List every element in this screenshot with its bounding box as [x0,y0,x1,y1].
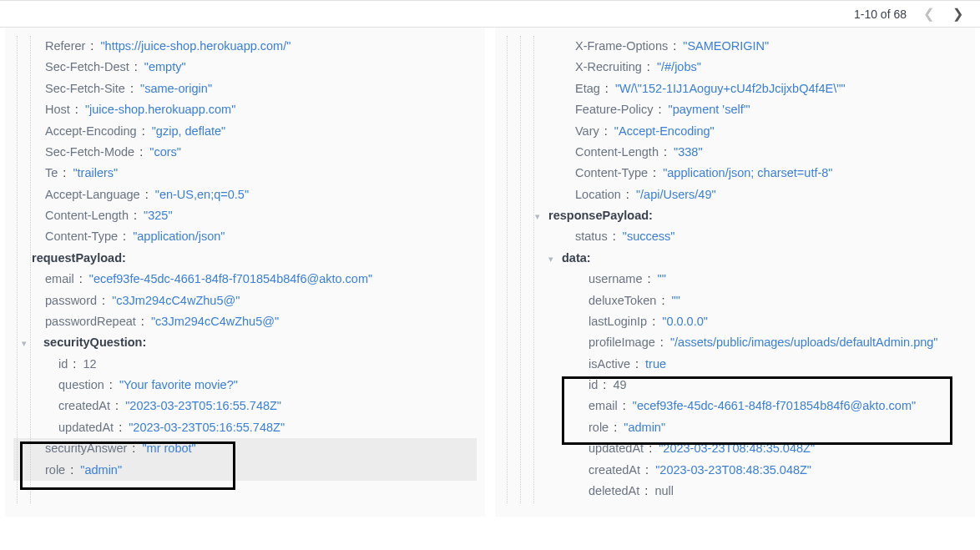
data-val: "" [672,290,680,311]
role-row: role: "admin" [13,460,477,481]
data-val: "ecef93fe-45dc-4661-84f8-f701854b84f6@ak… [633,396,916,416]
header-val: "325" [144,205,173,226]
header-val: "application/json; charset=utf-8" [663,163,832,184]
header-val: "gzip, deflate" [152,121,226,142]
header-val: "application/json" [133,226,225,247]
data-val: 49 [613,375,626,396]
header-row: Referer: "https://juice-shop.herokuapp.c… [13,36,477,57]
data-val: "admin" [624,417,665,438]
section-label: responsePayload: [548,205,653,226]
payload-row: email: "ecef93fe-45dc-4661-84f8-f701854b… [13,269,477,290]
data-profileimage-row: profileImage: "/assets/public/images/upl… [503,332,967,353]
header-row: Host: "juice-shop.herokuapp.com" [13,99,477,120]
payload-val: "c3Jm294cC4wZhu5@" [112,290,240,311]
section-responsepayload[interactable]: ▾responsePayload: [503,205,967,226]
role-val: "admin" [80,460,122,481]
header-val: "payment 'self'" [669,99,750,120]
header-key: Accept-Encoding [45,121,137,142]
data-deletedat-row: deletedAt: null [503,481,967,502]
chevron-down-icon[interactable]: ▾ [18,336,30,351]
data-role-row: role: "admin" [503,417,967,438]
indent-guide [520,36,521,503]
payload-val: "c3Jm294cC4wZhu5@" [151,311,279,332]
header-val: "/#/jobs" [657,57,701,78]
data-val: null [654,481,674,502]
header-row: Feature-Policy: "payment 'self'" [503,99,967,120]
header-key: X-Frame-Options [575,36,668,57]
header-val: "trailers" [73,163,118,184]
section-data[interactable]: ▾data: [503,248,967,269]
header-key: Referer [45,36,85,57]
header-row: Content-Type: "application/json; charset… [503,163,967,184]
data-key: deluxeToken [589,290,656,311]
indent-guide [30,36,31,503]
header-val: "en-US,en;q=0.5" [155,184,249,205]
data-val: "2023-03-23T08:48:35.048Z" [659,438,815,459]
sq-val: "2023-03-23T05:16:55.748Z" [125,396,281,416]
sq-id-row: id: 12 [13,354,477,375]
header-key: Location [575,184,621,205]
data-val: "/assets/public/images/uploads/defaultAd… [670,332,938,353]
header-row: Content-Type: "application/json" [13,226,477,247]
data-key: deletedAt [589,481,639,502]
header-val: "empty" [144,57,186,78]
securityanswer-key: securityAnswer [45,438,127,459]
status-key: status [575,226,608,247]
header-row: Accept-Language: "en-US,en;q=0.5" [13,184,477,205]
sq-val: 12 [83,354,96,375]
sq-val: "2023-03-23T05:16:55.748Z" [129,417,285,438]
sq-key: id [58,354,68,375]
sq-key: updatedAt [58,417,114,438]
header-key: Host [45,99,70,120]
content-wrap: Referer: "https://juice-shop.herokuapp.c… [0,28,980,522]
header-val: "Accept-Encoding" [614,121,715,142]
header-key: Accept-Language [45,184,140,205]
payload-key: email [45,269,74,290]
sq-updatedat-row: updatedAt: "2023-03-23T05:16:55.748Z" [13,417,477,438]
header-val: "SAMEORIGIN" [683,36,769,57]
data-key: email [589,396,618,416]
pagination-text: 1-10 of 68 [854,8,907,21]
indent-guide [533,36,534,503]
header-key: Content-Type [575,163,648,184]
header-key: Content-Type [45,226,118,247]
indent-guide [17,36,18,503]
sq-val: "Your favorite movie?" [119,375,238,396]
header-key: Sec-Fetch-Site [45,78,125,99]
data-key: isActive [589,354,630,375]
data-key: role [589,417,609,438]
pagination-controls: ❮ ❯ [923,6,963,22]
data-key: profileImage [589,332,655,353]
prev-page-icon[interactable]: ❮ [923,6,934,22]
header-val: "W/\"152-1IJ1Aoguy+cU4f2bJcijxbQ4f4E\"" [615,78,846,99]
data-val: true [645,354,666,375]
data-key: lastLoginIp [589,311,647,332]
header-row: X-Recruiting: "/#/jobs" [503,57,967,78]
data-updatedat-row: updatedAt: "2023-03-23T08:48:35.048Z" [503,438,967,459]
header-key: Etag [575,78,600,99]
payload-key: password [45,290,97,311]
next-page-icon[interactable]: ❯ [952,6,963,22]
payload-row: password: "c3Jm294cC4wZhu5@" [13,290,477,311]
header-key: X-Recruiting [575,57,642,78]
sq-key: question [58,375,104,396]
header-val: "same-origin" [140,78,212,99]
chevron-down-icon[interactable]: ▾ [545,251,557,267]
securityanswer-val: "mr robot" [142,438,195,459]
data-deluxetoken-row: deluxeToken: "" [503,290,967,311]
header-val: "cors" [149,142,181,163]
header-row: Sec-Fetch-Dest: "empty" [13,57,477,78]
request-panel: Referer: "https://juice-shop.herokuapp.c… [5,28,485,517]
data-val: "2023-03-23T08:48:35.048Z" [655,460,811,481]
section-securityquestion[interactable]: ▾securityQuestion: [13,332,477,353]
header-row: Sec-Fetch-Site: "same-origin" [13,78,477,99]
section-label: securityQuestion: [43,332,146,353]
section-requestpayload: requestPayload: [13,248,477,269]
header-row: Te: "trailers" [13,163,477,184]
status-row: status: "success" [503,226,967,247]
data-val: "" [658,269,666,290]
header-val: "338" [674,142,703,163]
payload-key: passwordRepeat [45,311,136,332]
header-row: Sec-Fetch-Mode: "cors" [13,142,477,163]
header-key: Sec-Fetch-Mode [45,142,134,163]
